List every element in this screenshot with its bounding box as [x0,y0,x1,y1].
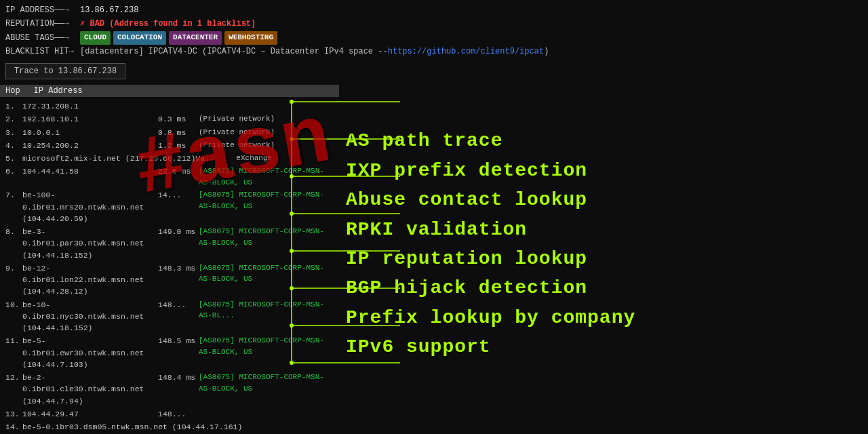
table-row: 6. 104.44.41.58 22.6 ms [AS8075] MICROSO… [0,165,339,189]
right-panel: AS path trace IXP prefix detection Abuse… [332,54,868,434]
trace-button[interactable]: Trace to 13.86.67.238 [5,63,125,79]
feature-abuse: Abuse contact lookup [346,185,854,214]
feature-ip-rep: IP reputation lookup [346,244,854,273]
table-row: 2. 192.168.10.1 0.3 ms (Private network) [0,113,339,125]
table-row: 7. be-100-0.ibr01.mrs20.ntwk.msn.net (10… [0,189,339,225]
rep-value: ✗ BAD (Address found in 1 blacklist) [80,18,256,31]
blacklist-label: BLACKLIST HIT→ [5,45,80,58]
table-row: 1. 172.31.208.1 [0,100,339,113]
left-panel: Trace to 13.86.67.238 Hop IP Address 1. … [0,58,339,434]
feature-rpki: RPKI validation [346,215,854,244]
ip-label: IP ADDRESS——→ [5,4,80,17]
table-row: 9. be-12-0.ibr01.lon22.ntwk.msn.net (104… [0,262,339,298]
feature-as-path: AS path trace [346,126,854,155]
table-row: 8. be-3-0.ibr01.par30.ntwk.msn.net (104.… [0,225,339,262]
feature-prefix: Prefix lookup by company [346,303,854,332]
table-row: 3. 10.0.0.1 0.8 ms (Private network) [0,126,339,139]
col-hop: Hop [5,86,20,96]
table-row: 5. microsoft2.mix-it.net (217.29.66.212)… [0,152,339,165]
tags-row: ABUSE TAGS——→ CLOUD COLOCATION DATACENTE… [5,31,863,45]
reputation-row: REPUTATION——→ ✗ BAD (Address found in 1 … [5,18,863,31]
feature-ipv6: IPv6 support [346,332,854,361]
table-row: 12. be-2-0.ibr01.cle30.ntwk.msn.net (104… [0,371,339,408]
ip-row: IP ADDRESS——→ 13.86.67.238 [5,4,863,17]
table-row: 11. be-5-0.ibr01.ewr30.ntwk.msn.net (104… [0,334,339,371]
feature-ixp: IXP prefix detection [346,156,854,185]
tags-label: ABUSE TAGS——→ [5,32,80,45]
rep-label: REPUTATION——→ [5,18,80,31]
table-row: 10. be-10-0.ibr01.nyc30.ntwk.msn.net (10… [0,298,339,335]
trace-table: 1. 172.31.208.1 2. 192.168.10.1 0.3 ms (… [0,100,339,434]
ip-value: 13.86.67.238 [80,4,138,17]
badge-cloud: CLOUD [80,31,111,45]
badge-webhosting: WEBHOSTING [224,31,277,45]
col-ip: IP Address [34,86,83,96]
badge-colocation: COLOCATION [113,31,166,45]
trace-table-header: Hop IP Address [0,85,339,97]
feature-bgp: BGP hijack detection [346,273,854,302]
table-row: 4. 10.254.200.2 1.2 ms (Private network) [0,139,339,152]
table-row: 13. 104.44.29.47 148... [0,408,339,420]
table-row: 14. be-5-0.ibr03.dsm05.ntwk.msn.net (104… [0,420,339,433]
badge-datacenter: DATACENTER [169,31,222,45]
